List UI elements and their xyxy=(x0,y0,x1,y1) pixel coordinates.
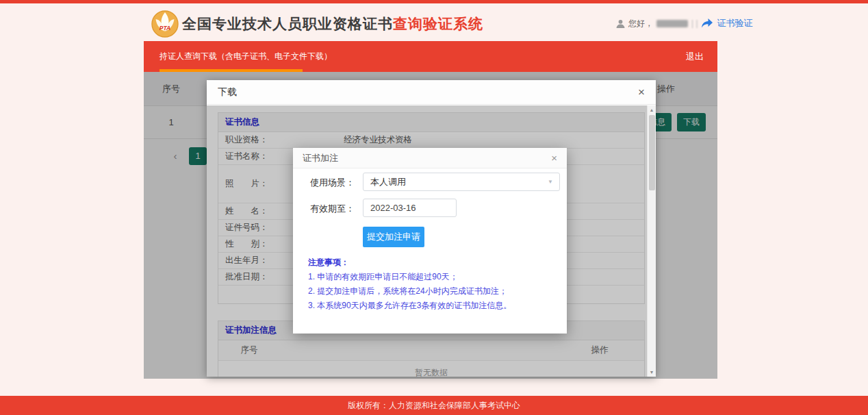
cert-verify-link[interactable]: 证书验证 xyxy=(717,17,753,29)
notes-title: 注意事项： xyxy=(308,255,511,270)
usage-scene-label: 使用场景： xyxy=(293,177,355,189)
brand: PTA 全国专业技术人员职业资格证书查询验证系统 xyxy=(151,10,483,38)
usage-scene-value: 本人调用 xyxy=(370,177,406,187)
usage-scene-select[interactable]: 本人调用 ▼ xyxy=(363,173,560,191)
tab-holder-query-download[interactable]: 持证人查询下载（含电子证书、电子文件下载） xyxy=(159,41,332,72)
notes-block: 注意事项： 1. 申请的有效期距申请日不能超过90天； 2. 提交加注申请后，系… xyxy=(308,255,511,313)
annotation-modal-title: 证书加注 xyxy=(303,152,338,164)
scroll-down-icon[interactable]: ▼ xyxy=(648,370,656,375)
username-redacted xyxy=(656,20,688,27)
user-icon xyxy=(616,19,625,28)
expiry-label: 有效期至： xyxy=(293,203,355,215)
annotation-modal-close-icon[interactable]: × xyxy=(551,153,557,163)
annotation-modal: 证书加注 × 使用场景： 本人调用 ▼ 有效期至： 提交加注申请 注意事项： 1… xyxy=(293,148,567,334)
logout-button[interactable]: 退出 xyxy=(686,41,704,72)
share-arrow-icon xyxy=(702,18,713,28)
user-area: 您好， | | 证书验证 xyxy=(616,17,753,29)
download-modal-close-icon[interactable]: × xyxy=(638,86,645,98)
scroll-up-icon[interactable]: ▲ xyxy=(648,108,656,112)
annotation-modal-body: 使用场景： 本人调用 ▼ 有效期至： 提交加注申请 注意事项： 1. 申请的有效… xyxy=(293,169,567,334)
main-nav: 持证人查询下载（含电子证书、电子文件下载） 退出 xyxy=(144,41,717,72)
download-modal-title: 下载 xyxy=(218,86,237,99)
modal-scrollbar[interactable]: ▲ ▼ xyxy=(647,105,656,377)
footer: 版权所有：人力资源和社会保障部人事考试中心 xyxy=(0,396,868,415)
greeting-text: 您好， xyxy=(628,18,653,29)
scrollbar-thumb[interactable] xyxy=(649,115,655,190)
download-modal-header: 下载 × xyxy=(207,80,656,105)
top-accent-bar xyxy=(0,0,868,3)
svg-text:PTA: PTA xyxy=(159,25,170,32)
note-line: 2. 提交加注申请后，系统将在24小时内完成证书加注； xyxy=(308,284,511,299)
annotation-modal-header: 证书加注 × xyxy=(293,148,567,168)
note-line: 3. 本系统90天内最多允许存在3条有效的证书加注信息。 xyxy=(308,299,511,313)
footer-copyright: 版权所有：人力资源和社会保障部人事考试中心 xyxy=(348,400,520,412)
masked-separator: | | xyxy=(691,18,698,28)
note-line: 1. 申请的有效期距申请日不能超过90天； xyxy=(308,270,511,284)
expiry-date-input[interactable] xyxy=(363,199,457,217)
page-title: 全国专业技术人员职业资格证书查询验证系统 xyxy=(182,14,483,34)
pta-logo-icon: PTA xyxy=(151,10,179,38)
submit-annotation-button[interactable]: 提交加注申请 xyxy=(363,227,424,247)
chevron-down-icon: ▼ xyxy=(548,173,553,190)
